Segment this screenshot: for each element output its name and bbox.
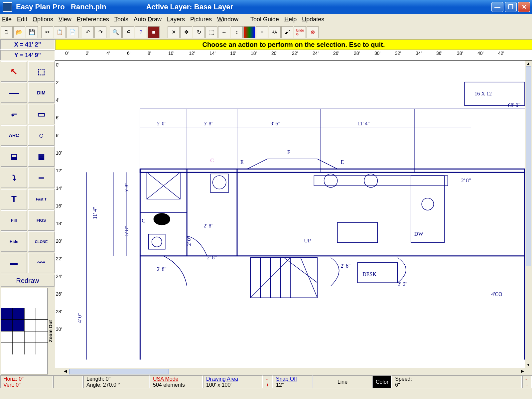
svg-point-44 bbox=[154, 213, 170, 225]
svg-text:C: C bbox=[210, 158, 214, 163]
zoom-out-button[interactable]: Zoom Out bbox=[48, 288, 55, 374]
speed-adjust[interactable]: -+ bbox=[522, 375, 532, 388]
undo2-icon[interactable]: Undo⊘ bbox=[294, 26, 306, 38]
tool-fill[interactable]: Fill bbox=[1, 210, 27, 231]
svg-text:16 X 12: 16 X 12 bbox=[474, 91, 492, 96]
horizontal-scrollbar[interactable] bbox=[63, 368, 525, 375]
brush-icon[interactable]: 🖌 bbox=[281, 26, 293, 38]
tool-select[interactable]: ↖ bbox=[1, 61, 27, 82]
vertical-scrollbar[interactable] bbox=[525, 61, 532, 368]
svg-text:5' 8": 5' 8" bbox=[203, 121, 213, 126]
open-icon[interactable]: 📂 bbox=[13, 26, 25, 38]
left-panel: Y = 14' 9" ↖ ⬚ — DIM ⬐ ▭ ARC ○ ⬓ ▤ ⤵ ═ T… bbox=[0, 50, 55, 375]
svg-point-54 bbox=[422, 198, 434, 210]
save-icon[interactable]: 💾 bbox=[26, 26, 38, 38]
area-minus[interactable]: -+ bbox=[263, 375, 273, 388]
tool-arc[interactable]: ARC bbox=[1, 125, 27, 146]
menu-autodraw[interactable]: Auto Draw bbox=[134, 16, 162, 23]
tool-ushape[interactable]: ⬓ bbox=[1, 146, 27, 167]
menu-options[interactable]: Options bbox=[33, 16, 53, 23]
tool-curve[interactable]: ⤵ bbox=[1, 168, 27, 188]
vflip-icon[interactable]: ↕ bbox=[231, 26, 243, 38]
app-name: Easy Plan Pro bbox=[16, 3, 65, 11]
menu-layers[interactable]: Layers bbox=[167, 16, 185, 23]
tool-hide[interactable]: Hide bbox=[1, 231, 27, 252]
svg-point-52 bbox=[364, 174, 377, 187]
new-icon[interactable]: 🗋 bbox=[1, 26, 13, 38]
tool-lshape[interactable]: ⬐ bbox=[1, 104, 27, 124]
drawing-viewport[interactable]: 68' 0" 5' 0" 5' 8" 9' 6" 11' 4" bbox=[63, 61, 525, 368]
menu-window[interactable]: Window bbox=[217, 16, 238, 23]
svg-line-34 bbox=[247, 159, 267, 169]
svg-line-64 bbox=[284, 258, 318, 283]
svg-text:9' 6": 9' 6" bbox=[271, 121, 281, 126]
lines-icon[interactable]: ≡ bbox=[256, 26, 268, 38]
menu-help[interactable]: Help bbox=[284, 16, 297, 23]
tool-spline[interactable]: 〰 bbox=[28, 253, 55, 273]
tool-color[interactable]: ▬ bbox=[1, 253, 27, 273]
move-icon[interactable]: ✥ bbox=[180, 26, 192, 38]
undo-icon[interactable]: ↶ bbox=[82, 26, 94, 38]
menu-edit[interactable]: Edit bbox=[17, 16, 27, 23]
tool-marquee[interactable]: ⬚ bbox=[28, 61, 55, 82]
tool-rect[interactable]: ▭ bbox=[28, 104, 55, 124]
overview-grid[interactable] bbox=[1, 288, 48, 374]
svg-text:5' 8": 5' 8" bbox=[124, 226, 129, 236]
tool-figs[interactable]: FIGS bbox=[28, 210, 55, 231]
tool-line[interactable]: — bbox=[1, 82, 27, 103]
cut-icon[interactable]: ✂ bbox=[41, 26, 53, 38]
tool-text[interactable]: T bbox=[1, 189, 27, 209]
hflip-icon[interactable]: ↔ bbox=[218, 26, 230, 38]
menu-tools[interactable]: Tools bbox=[114, 16, 128, 23]
menu-view[interactable]: View bbox=[59, 16, 71, 23]
tool-fasttext[interactable]: Fast T bbox=[28, 189, 55, 209]
titlebar: Easy Plan Pro Ranch.pln Active Layer: Ba… bbox=[0, 0, 532, 14]
redraw-button[interactable]: Redraw bbox=[1, 275, 55, 287]
status-area[interactable]: Drawing Area 100' x 100' bbox=[203, 375, 263, 388]
tool-clone[interactable]: CLONE bbox=[28, 231, 55, 252]
tool-dim[interactable]: DIM bbox=[28, 82, 55, 103]
file-name: Ranch.pln bbox=[71, 3, 106, 11]
close-button[interactable]: ✕ bbox=[518, 2, 530, 12]
statusbar: Horiz: 0"Vert: 0" Length: 0"Angle: 270.0… bbox=[0, 375, 532, 388]
rotate-icon[interactable]: ↻ bbox=[193, 26, 205, 38]
menu-toolguide[interactable]: Tool Guide bbox=[250, 16, 279, 23]
svg-text:E: E bbox=[341, 159, 344, 165]
copy-icon[interactable]: 📋 bbox=[54, 26, 66, 38]
menu-preferences[interactable]: Preferences bbox=[77, 16, 109, 23]
menu-pictures[interactable]: Pictures bbox=[190, 16, 212, 23]
paste-icon[interactable]: 📄 bbox=[66, 26, 78, 38]
status-speed: Speed:6" bbox=[392, 375, 522, 388]
layer-name: Base Layer bbox=[194, 3, 233, 11]
tool-grid[interactable]: ▤ bbox=[28, 146, 55, 167]
colors-icon[interactable] bbox=[243, 26, 255, 38]
print-icon[interactable]: 🖨 bbox=[122, 26, 134, 38]
nosign-icon[interactable]: ⊗ bbox=[307, 26, 319, 38]
menu-file[interactable]: File bbox=[2, 16, 12, 23]
svg-text:2' 6": 2' 6" bbox=[398, 281, 408, 287]
layer-label: Active Layer: bbox=[146, 3, 192, 11]
svg-line-36 bbox=[317, 159, 337, 169]
tool-circle[interactable]: ○ bbox=[28, 125, 55, 146]
app-icon bbox=[3, 2, 12, 12]
delete-icon[interactable]: ✕ bbox=[168, 26, 180, 38]
tool-palette: ↖ ⬚ — DIM ⬐ ▭ ARC ○ ⬓ ▤ ⤵ ═ T Fast T Fil… bbox=[0, 61, 55, 274]
scale-icon[interactable]: ⬚ bbox=[205, 26, 217, 38]
exit-icon[interactable]: ■ bbox=[148, 26, 160, 38]
redo-icon[interactable]: ↷ bbox=[94, 26, 106, 38]
zoom-icon[interactable]: 🔍 bbox=[110, 26, 122, 38]
menubar: File Edit Options View Preferences Tools… bbox=[0, 14, 532, 25]
font-icon[interactable]: AA bbox=[269, 26, 281, 38]
y-coord: Y = 14' 9" bbox=[0, 50, 55, 61]
help-icon[interactable]: ? bbox=[135, 26, 147, 38]
svg-text:4'CO: 4'CO bbox=[491, 291, 502, 297]
minimize-button[interactable]: — bbox=[491, 2, 503, 12]
toolbar: 🗋 📂 💾 ✂ 📋 📄 ↶ ↷ 🔍 🖨 ? ■ ✕ ✥ ↻ ⬚ ↔ ↕ ≡ AA… bbox=[0, 25, 532, 39]
svg-rect-27 bbox=[140, 169, 525, 172]
menu-updates[interactable]: Updates bbox=[302, 16, 324, 23]
status-mode[interactable]: USA Mode 504 elements bbox=[150, 375, 203, 388]
tool-parallel[interactable]: ═ bbox=[28, 168, 55, 188]
status-snap[interactable]: Snap Off 12" bbox=[273, 375, 313, 388]
maximize-button[interactable]: ❐ bbox=[505, 2, 517, 12]
color-button[interactable]: Color bbox=[372, 375, 392, 388]
